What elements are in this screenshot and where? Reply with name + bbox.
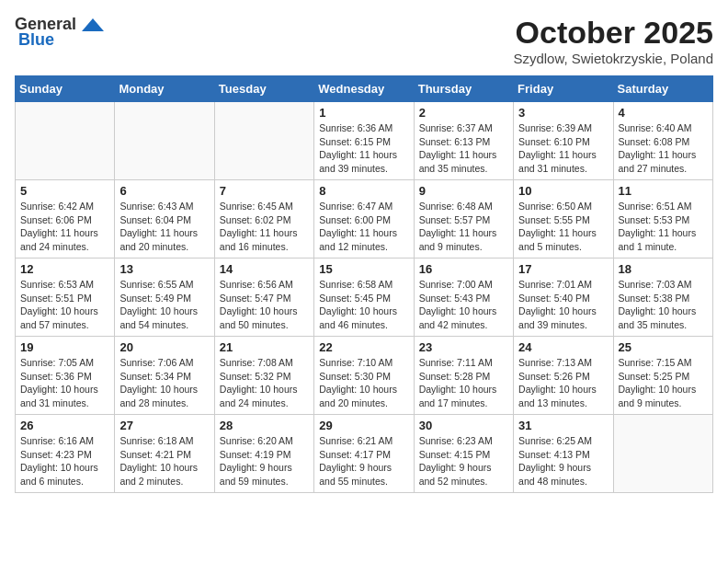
day-info: Sunrise: 7:13 AMSunset: 5:26 PMDaylight:… <box>518 356 608 410</box>
calendar-cell: 19Sunrise: 7:05 AMSunset: 5:36 PMDayligh… <box>16 337 115 415</box>
day-info: Sunrise: 7:01 AMSunset: 5:40 PMDaylight:… <box>518 278 608 332</box>
calendar-cell: 22Sunrise: 7:10 AMSunset: 5:30 PMDayligh… <box>314 337 414 415</box>
day-number: 2 <box>419 106 508 120</box>
day-info: Sunrise: 6:45 AMSunset: 6:02 PMDaylight:… <box>220 200 309 254</box>
day-info: Sunrise: 6:18 AMSunset: 4:21 PMDaylight:… <box>119 434 209 488</box>
day-number: 31 <box>518 419 608 432</box>
day-number: 22 <box>319 340 408 354</box>
calendar-cell: 20Sunrise: 7:06 AMSunset: 5:34 PMDayligh… <box>115 337 214 415</box>
calendar-week-1: 1Sunrise: 6:36 AMSunset: 6:15 PMDaylight… <box>16 102 713 180</box>
day-info: Sunrise: 6:25 AMSunset: 4:13 PMDaylight:… <box>518 434 608 488</box>
calendar-cell: 11Sunrise: 6:51 AMSunset: 5:53 PMDayligh… <box>613 180 712 259</box>
day-number: 29 <box>319 419 408 432</box>
calendar-cell: 16Sunrise: 7:00 AMSunset: 5:43 PMDayligh… <box>414 259 513 337</box>
calendar-cell: 27Sunrise: 6:18 AMSunset: 4:21 PMDayligh… <box>115 415 214 493</box>
calendar-cell: 14Sunrise: 6:56 AMSunset: 5:47 PMDayligh… <box>214 259 313 337</box>
day-number: 20 <box>119 340 209 354</box>
calendar-cell: 30Sunrise: 6:23 AMSunset: 4:15 PMDayligh… <box>414 415 513 493</box>
calendar-cell: 24Sunrise: 7:13 AMSunset: 5:26 PMDayligh… <box>514 337 613 415</box>
day-info: Sunrise: 6:21 AMSunset: 4:17 PMDaylight:… <box>319 434 408 488</box>
day-info: Sunrise: 6:51 AMSunset: 5:53 PMDaylight:… <box>619 200 708 254</box>
day-number: 17 <box>518 262 608 276</box>
day-number: 13 <box>119 262 209 276</box>
day-number: 8 <box>319 184 408 198</box>
calendar-cell: 25Sunrise: 7:15 AMSunset: 5:25 PMDayligh… <box>613 337 712 415</box>
day-info: Sunrise: 6:48 AMSunset: 5:57 PMDaylight:… <box>419 200 508 254</box>
calendar-cell: 3Sunrise: 6:39 AMSunset: 6:10 PMDaylight… <box>514 102 613 180</box>
day-info: Sunrise: 7:08 AMSunset: 5:32 PMDaylight:… <box>220 356 309 410</box>
day-number: 12 <box>20 262 109 276</box>
calendar-cell: 28Sunrise: 6:20 AMSunset: 4:19 PMDayligh… <box>214 415 313 493</box>
calendar-cell: 15Sunrise: 6:58 AMSunset: 5:45 PMDayligh… <box>314 259 414 337</box>
day-info: Sunrise: 6:40 AMSunset: 6:08 PMDaylight:… <box>619 121 708 176</box>
day-number: 10 <box>518 184 608 198</box>
day-info: Sunrise: 7:11 AMSunset: 5:28 PMDaylight:… <box>419 356 508 410</box>
calendar-cell: 4Sunrise: 6:40 AMSunset: 6:08 PMDaylight… <box>613 102 712 180</box>
calendar-cell: 6Sunrise: 6:43 AMSunset: 6:04 PMDaylight… <box>115 180 214 259</box>
calendar-header-thursday: Thursday <box>414 76 513 102</box>
day-number: 11 <box>619 184 708 198</box>
calendar-cell: 26Sunrise: 6:16 AMSunset: 4:23 PMDayligh… <box>16 415 115 493</box>
day-info: Sunrise: 6:55 AMSunset: 5:49 PMDaylight:… <box>119 278 209 332</box>
day-info: Sunrise: 6:58 AMSunset: 5:45 PMDaylight:… <box>319 278 408 332</box>
day-info: Sunrise: 7:00 AMSunset: 5:43 PMDaylight:… <box>419 278 508 332</box>
day-info: Sunrise: 6:16 AMSunset: 4:23 PMDaylight:… <box>20 434 109 488</box>
day-number: 27 <box>119 419 209 432</box>
day-number: 1 <box>319 106 408 120</box>
logo-blue: Blue <box>18 30 54 50</box>
day-number: 23 <box>419 340 508 354</box>
logo-icon <box>80 17 106 33</box>
day-info: Sunrise: 6:36 AMSunset: 6:15 PMDaylight:… <box>319 121 408 176</box>
day-info: Sunrise: 7:06 AMSunset: 5:34 PMDaylight:… <box>119 356 209 410</box>
day-number: 18 <box>619 262 708 276</box>
day-number: 5 <box>20 184 109 198</box>
calendar-header-wednesday: Wednesday <box>314 76 414 102</box>
calendar-header-monday: Monday <box>115 76 214 102</box>
calendar-cell: 7Sunrise: 6:45 AMSunset: 6:02 PMDaylight… <box>214 180 313 259</box>
calendar-cell: 1Sunrise: 6:36 AMSunset: 6:15 PMDaylight… <box>314 102 414 180</box>
calendar-cell: 23Sunrise: 7:11 AMSunset: 5:28 PMDayligh… <box>414 337 513 415</box>
day-number: 16 <box>419 262 508 276</box>
day-number: 4 <box>619 106 708 120</box>
day-info: Sunrise: 6:50 AMSunset: 5:55 PMDaylight:… <box>518 200 608 254</box>
day-number: 3 <box>518 106 608 120</box>
day-info: Sunrise: 6:47 AMSunset: 6:00 PMDaylight:… <box>319 200 408 254</box>
location: Szydlow, Swietokrzyskie, Poland <box>513 51 713 66</box>
day-info: Sunrise: 6:37 AMSunset: 6:13 PMDaylight:… <box>419 121 508 176</box>
day-info: Sunrise: 6:42 AMSunset: 6:06 PMDaylight:… <box>20 200 109 254</box>
calendar-cell: 17Sunrise: 7:01 AMSunset: 5:40 PMDayligh… <box>514 259 613 337</box>
calendar-header-row: SundayMondayTuesdayWednesdayThursdayFrid… <box>16 76 713 102</box>
calendar-cell: 5Sunrise: 6:42 AMSunset: 6:06 PMDaylight… <box>16 180 115 259</box>
calendar-week-3: 12Sunrise: 6:53 AMSunset: 5:51 PMDayligh… <box>16 259 713 337</box>
calendar-header-sunday: Sunday <box>16 76 115 102</box>
day-number: 26 <box>20 419 109 432</box>
calendar-cell: 10Sunrise: 6:50 AMSunset: 5:55 PMDayligh… <box>514 180 613 259</box>
day-info: Sunrise: 7:05 AMSunset: 5:36 PMDaylight:… <box>20 356 109 410</box>
calendar-header-tuesday: Tuesday <box>214 76 313 102</box>
calendar-cell: 21Sunrise: 7:08 AMSunset: 5:32 PMDayligh… <box>214 337 313 415</box>
day-info: Sunrise: 7:03 AMSunset: 5:38 PMDaylight:… <box>619 278 708 332</box>
day-info: Sunrise: 6:20 AMSunset: 4:19 PMDaylight:… <box>220 434 309 488</box>
day-info: Sunrise: 6:43 AMSunset: 6:04 PMDaylight:… <box>119 200 209 254</box>
day-number: 9 <box>419 184 508 198</box>
day-info: Sunrise: 6:39 AMSunset: 6:10 PMDaylight:… <box>518 121 608 176</box>
page-header: General Blue October 2025 Szydlow, Swiet… <box>15 15 713 66</box>
calendar-week-4: 19Sunrise: 7:05 AMSunset: 5:36 PMDayligh… <box>16 337 713 415</box>
calendar-cell <box>115 102 214 180</box>
calendar-week-5: 26Sunrise: 6:16 AMSunset: 4:23 PMDayligh… <box>16 415 713 493</box>
day-number: 24 <box>518 340 608 354</box>
calendar-cell <box>16 102 115 180</box>
calendar-cell <box>613 415 712 493</box>
day-info: Sunrise: 6:53 AMSunset: 5:51 PMDaylight:… <box>20 278 109 332</box>
calendar-header-saturday: Saturday <box>613 76 712 102</box>
svg-marker-0 <box>82 18 104 31</box>
day-number: 14 <box>220 262 309 276</box>
calendar-table: SundayMondayTuesdayWednesdayThursdayFrid… <box>15 75 713 493</box>
day-number: 15 <box>319 262 408 276</box>
day-number: 21 <box>220 340 309 354</box>
calendar-cell: 18Sunrise: 7:03 AMSunset: 5:38 PMDayligh… <box>613 259 712 337</box>
calendar-cell: 31Sunrise: 6:25 AMSunset: 4:13 PMDayligh… <box>514 415 613 493</box>
calendar-header-friday: Friday <box>514 76 613 102</box>
calendar-cell <box>214 102 313 180</box>
calendar-cell: 8Sunrise: 6:47 AMSunset: 6:00 PMDaylight… <box>314 180 414 259</box>
